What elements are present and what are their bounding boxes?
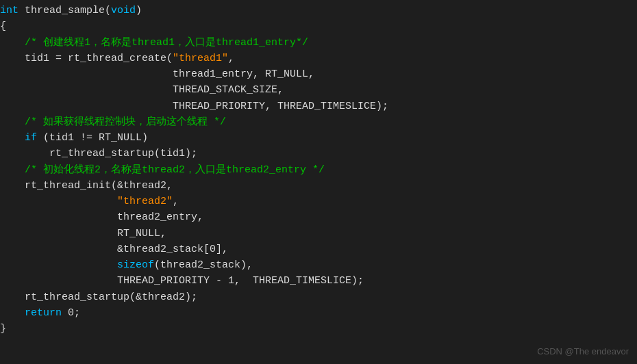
code-token: RT_NULL, (0, 226, 166, 242)
code-token: "thread1" (173, 51, 228, 66)
code-line: /* 创建线程1，名称是thread1，入口是thread1_entry*/ (0, 35, 637, 51)
code-token: , (173, 194, 179, 209)
code-token: &thread2_stack[0], (0, 242, 228, 257)
code-container: int thread_sample(void){ /* 创建线程1，名称是thr… (0, 0, 637, 364)
code-token: thread_sample( (18, 3, 111, 18)
code-line: /* 初始化线程2，名称是thread2，入口是thread2_entry */ (0, 162, 637, 178)
code-token: THREAD_PRIORITY, THREAD_TIMESLICE); (0, 99, 388, 114)
code-token: (tid1 != RT_NULL) (37, 130, 148, 146)
code-token: , (228, 51, 234, 66)
code-token: thread2_entry, (0, 209, 203, 225)
code-token: tid1 = rt_thread_create( (0, 51, 173, 66)
code-line: THREAD_PRIORITY - 1, THREAD_TIMESLICE); (0, 273, 637, 289)
code-line: RT_NULL, (0, 226, 637, 242)
code-line: rt_thread_init(&thread2, (0, 178, 637, 194)
code-line: THREAD_STACK_SIZE, (0, 82, 637, 98)
code-token: THREAD_PRIORITY - 1, THREAD_TIMESLICE); (0, 273, 364, 289)
code-line: rt_thread_startup(tid1); (0, 146, 637, 161)
code-token: int (0, 3, 18, 18)
code-line: if (tid1 != RT_NULL) (0, 130, 637, 146)
code-token (0, 35, 25, 51)
code-token: 0 (68, 305, 74, 321)
code-token: (thread2_stack), (154, 257, 253, 273)
code-token (0, 130, 25, 146)
code-token: /* 初始化线程2，名称是thread2，入口是thread2_entry */ (25, 162, 325, 178)
code-token (0, 162, 25, 178)
code-token: /* 创建线程1，名称是thread1，入口是thread1_entry*/ (25, 35, 308, 51)
code-line: sizeof(thread2_stack), (0, 257, 637, 273)
code-token: thread1_entry, RT_NULL, (0, 66, 314, 82)
code-line: } (0, 321, 637, 337)
code-token: ) (136, 3, 142, 18)
code-token: "thread2" (117, 194, 173, 209)
code-token: { (0, 18, 6, 34)
code-token: if (25, 130, 37, 146)
code-token (0, 257, 117, 273)
code-token: rt_thread_startup(&thread2); (0, 289, 197, 305)
code-token: rt_thread_init(&thread2, (0, 178, 173, 194)
code-token: /* 如果获得线程控制块，启动这个线程 */ (25, 114, 226, 130)
code-line: return 0; (0, 305, 637, 321)
code-token: ; (74, 305, 80, 321)
code-line: tid1 = rt_thread_create("thread1", (0, 51, 637, 66)
code-line: THREAD_PRIORITY, THREAD_TIMESLICE); (0, 99, 637, 114)
code-token: sizeof (117, 257, 154, 273)
code-token: THREAD_STACK_SIZE, (0, 82, 284, 98)
code-token (0, 305, 25, 321)
code-line: "thread2", (0, 194, 637, 209)
code-token (0, 194, 117, 209)
code-token: } (0, 321, 6, 337)
watermark: CSDN @The endeavor (537, 345, 629, 359)
code-line: /* 如果获得线程控制块，启动这个线程 */ (0, 114, 637, 130)
code-token: rt_thread_startup(tid1); (0, 146, 197, 161)
code-block: int thread_sample(void){ /* 创建线程1，名称是thr… (0, 3, 637, 337)
code-line: int thread_sample(void) (0, 3, 637, 18)
code-token (0, 114, 25, 130)
code-line: thread1_entry, RT_NULL, (0, 66, 637, 82)
code-line: &thread2_stack[0], (0, 242, 637, 257)
code-line: { (0, 18, 637, 34)
code-token: return (25, 305, 62, 321)
code-token (62, 305, 68, 321)
code-token: void (111, 3, 136, 18)
code-line: thread2_entry, (0, 209, 637, 225)
code-line: rt_thread_startup(&thread2); (0, 289, 637, 305)
